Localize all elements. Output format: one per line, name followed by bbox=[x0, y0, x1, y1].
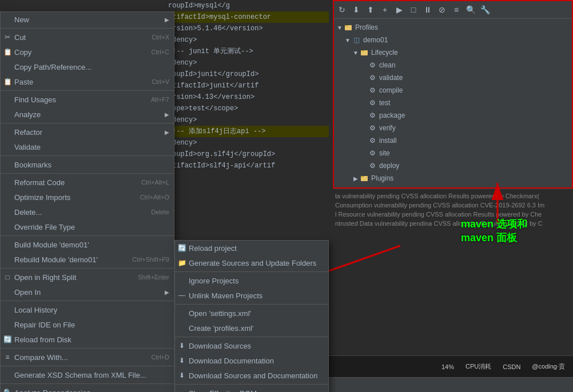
menu-item-bookmarks[interactable]: Bookmarks bbox=[1, 157, 174, 172]
sub-menu-item-unlink-maven[interactable]: —Unlink Maven Projects bbox=[175, 288, 328, 303]
menu-item-optimize-imports[interactable]: Optimize ImportsCtrl+Alt+O bbox=[1, 190, 174, 205]
tree-label: demo01 bbox=[363, 36, 388, 44]
sub-menu-icon: ⬇ bbox=[177, 371, 186, 380]
menu-separator bbox=[1, 123, 174, 123]
vuln-line: l Resource vulnerability pending CVSS al… bbox=[335, 210, 571, 219]
tree-icon bbox=[368, 149, 377, 158]
sub-menu-item-reload-project[interactable]: 🔄Reload project bbox=[175, 241, 328, 255]
menu-item-analyze-deps[interactable]: 🔍Analyze Dependencies... bbox=[1, 385, 174, 392]
sub-menu-item-ignore-projects[interactable]: Ignore Projects bbox=[175, 273, 328, 288]
menu-label: Cut bbox=[14, 33, 140, 42]
sub-menu-item-generate-sources[interactable]: 📁Generate Sources and Update Folders bbox=[175, 255, 328, 270]
menu-item-open-right-split[interactable]: □Open in Right SplitShift+Enter bbox=[1, 270, 174, 285]
run-btn[interactable]: ▶ bbox=[393, 3, 405, 16]
menu-label: Override File Type bbox=[14, 223, 169, 231]
menu-item-copy-path[interactable]: Copy Path/Reference... bbox=[1, 59, 174, 74]
tree-item-install[interactable]: install bbox=[333, 134, 572, 147]
cancel-btn[interactable]: ⊘ bbox=[436, 3, 448, 16]
menu-item-find-usages[interactable]: Find UsagesAlt+F7 bbox=[1, 92, 174, 107]
menu-icon: 📋 bbox=[3, 77, 12, 86]
sub-menu-label: Download Sources and Documentation bbox=[189, 371, 324, 380]
tree-arrow: ▶ bbox=[352, 174, 360, 182]
taskbar-cpu: 14% bbox=[438, 362, 457, 371]
menu-shortcut: Delete bbox=[151, 209, 169, 215]
menu-item-refactor[interactable]: Refactor▶ bbox=[1, 125, 174, 139]
menu-item-new[interactable]: New▶ bbox=[1, 12, 174, 27]
tree-icon bbox=[368, 73, 377, 82]
sub-menu-label: Download Documentation bbox=[189, 357, 324, 365]
wrench-btn[interactable]: 🔧 bbox=[479, 3, 491, 16]
tree-item-deploy[interactable]: deploy bbox=[333, 159, 572, 172]
menu-item-delete[interactable]: Delete...Delete bbox=[1, 205, 174, 219]
menu-label: Delete... bbox=[14, 208, 140, 217]
tree-item-plugins[interactable]: ▶Plugins bbox=[333, 172, 572, 185]
menu-label: Copy bbox=[14, 48, 140, 57]
tree-item-dependencies[interactable]: ▶Dependencies bbox=[333, 185, 572, 188]
menu-label: Reformat Code bbox=[14, 178, 130, 187]
menu-shortcut: Shift+Enter bbox=[138, 274, 169, 281]
menu-separator bbox=[1, 173, 174, 174]
menu-item-cut[interactable]: ✂CutCtrl+X bbox=[1, 30, 174, 45]
menu-item-validate[interactable]: Validate bbox=[1, 139, 174, 154]
menu-item-reload-from-disk[interactable]: 🔄Reload from Disk bbox=[1, 332, 174, 347]
menu-item-rebuild-module[interactable]: Rebuild Module 'demo01'Ctrl+Shift+F9 bbox=[1, 252, 174, 267]
add-btn[interactable]: + bbox=[379, 3, 391, 16]
sub-menu-icon: ⬇ bbox=[177, 356, 186, 365]
sub-menu-label: Generate Sources and Update Folders bbox=[189, 259, 324, 267]
sub-menu-item-download-sources[interactable]: ⬇Download Sources bbox=[175, 338, 328, 353]
tree-item-verify[interactable]: verify bbox=[333, 122, 572, 134]
tree-item-package[interactable]: package bbox=[333, 109, 572, 122]
sub-menu-item-download-sources-docs[interactable]: ⬇Download Sources and Documentation bbox=[175, 368, 328, 383]
pause-btn[interactable]: ⏸ bbox=[421, 3, 434, 16]
sub-menu-label: Ignore Projects bbox=[189, 277, 324, 285]
maven-tree: ▼Profiles▼◫demo01▼Lifecyclecleanvalidate… bbox=[333, 19, 572, 188]
tree-item-compile[interactable]: compile bbox=[333, 84, 572, 97]
sub-menu-item-open-settings[interactable]: Open 'settings.xml' bbox=[175, 306, 328, 321]
download-btn[interactable]: ⬇ bbox=[350, 3, 363, 16]
tree-item-site[interactable]: site bbox=[333, 147, 572, 159]
tree-item-profiles[interactable]: ▼Profiles bbox=[333, 21, 572, 34]
taskbar-cpu-label: CPU消耗 bbox=[462, 361, 495, 372]
tree-icon: ◫ bbox=[352, 35, 361, 45]
tree-item-demo01[interactable]: ▼◫demo01 bbox=[333, 34, 572, 46]
settings-btn[interactable]: ≡ bbox=[450, 3, 463, 16]
menu-icon: 🔍 bbox=[3, 388, 12, 392]
menu-item-compare-with[interactable]: ≡Compare With...Ctrl+D bbox=[1, 350, 174, 365]
sub-menu-label: Download Sources bbox=[189, 342, 324, 350]
menu-item-reformat[interactable]: Reformat CodeCtrl+Alt+L bbox=[1, 175, 174, 190]
menu-item-paste[interactable]: 📋PasteCtrl+V bbox=[1, 74, 174, 89]
menu-separator bbox=[1, 383, 174, 384]
code-line: cope>test</scope> bbox=[166, 103, 329, 114]
refresh-btn[interactable]: ↻ bbox=[336, 3, 348, 16]
menu-item-override-file-type[interactable]: Override File Type bbox=[1, 219, 174, 234]
svg-rect-1 bbox=[345, 25, 348, 26]
svg-rect-5 bbox=[361, 176, 364, 177]
tree-icon bbox=[368, 61, 377, 70]
sub-menu-separator bbox=[175, 271, 328, 272]
sub-menu-label: Open 'settings.xml' bbox=[189, 309, 324, 318]
upload-btn[interactable]: ⬆ bbox=[364, 3, 377, 16]
tree-label: install bbox=[379, 137, 397, 145]
vuln-line: ntrusted Data vulnerability pendina CVSS… bbox=[335, 219, 571, 228]
sub-menu-item-download-docs[interactable]: ⬇Download Documentation bbox=[175, 353, 328, 368]
tree-item-lifecycle[interactable]: ▼Lifecycle bbox=[333, 46, 572, 59]
menu-item-generate-xsd[interactable]: Generate XSD Schema from XML File... bbox=[1, 367, 174, 382]
sub-menu-item-show-effective-pom[interactable]: Show Effective POM bbox=[175, 386, 328, 392]
tree-item-test[interactable]: test bbox=[333, 97, 572, 109]
taskbar-csdn[interactable]: CSDN bbox=[499, 362, 524, 371]
tree-item-clean[interactable]: clean bbox=[333, 59, 572, 71]
menu-item-local-history[interactable]: Local History bbox=[1, 302, 174, 317]
menu-item-copy[interactable]: 📋CopyCtrl+C bbox=[1, 45, 174, 59]
menu-item-repair-ide[interactable]: Repair IDE on File bbox=[1, 317, 174, 332]
taskbar-coding[interactable]: @coding·贡 bbox=[528, 361, 568, 372]
sub-menu-item-create-profiles[interactable]: Create 'profiles.xml' bbox=[175, 321, 328, 335]
code-line: <!-- junit 单元测试--> bbox=[166, 46, 329, 57]
stop-btn[interactable]: □ bbox=[407, 3, 420, 16]
menu-item-build-module[interactable]: Build Module 'demo01' bbox=[1, 237, 174, 252]
tree-item-validate[interactable]: validate bbox=[333, 71, 572, 84]
search-btn[interactable]: 🔍 bbox=[464, 3, 477, 16]
menu-item-analyze[interactable]: Analyze▶ bbox=[1, 107, 174, 122]
menu-label: Bookmarks bbox=[14, 161, 169, 169]
tree-arrow: ▼ bbox=[344, 36, 352, 44]
menu-item-open-in[interactable]: Open In▶ bbox=[1, 285, 174, 299]
